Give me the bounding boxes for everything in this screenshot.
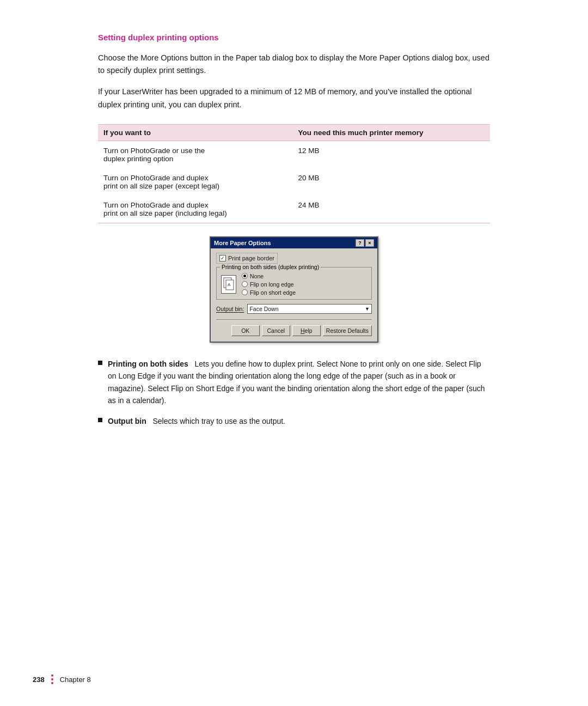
- memory-table: If you want to You need this much printe…: [98, 124, 490, 223]
- bullet-icon: [98, 361, 102, 365]
- help-underline: H: [301, 327, 305, 334]
- output-bin-label: Output bin:: [216, 306, 244, 312]
- bullet-icon: [98, 418, 102, 422]
- table-cell: 24 MB: [293, 196, 490, 223]
- radio-flip-short-circle[interactable]: [242, 289, 248, 295]
- page-footer: 238 Chapter 8: [33, 674, 555, 684]
- footer-dot-3: [51, 682, 53, 684]
- table-row: Turn on PhotoGrade or use theduplex prin…: [98, 141, 490, 168]
- bold-term-output: Output bin: [108, 417, 146, 425]
- footer-dot-1: [51, 674, 53, 677]
- dialog-wrapper: More Paper Options ? × ✓ Print page bord…: [98, 236, 490, 343]
- table-cell: 20 MB: [293, 168, 490, 196]
- table-header-col1: If you want to: [98, 124, 293, 141]
- radio-none[interactable]: None: [242, 273, 296, 279]
- section-title: Setting duplex printing options: [98, 33, 490, 42]
- footer-dots: [51, 674, 53, 684]
- bold-term-printing: Printing on both sides: [108, 360, 188, 368]
- radio-none-circle[interactable]: [242, 273, 248, 279]
- chapter-label: Chapter 8: [60, 675, 91, 684]
- paragraph-1: Choose the More Options button in the Pa…: [98, 52, 490, 77]
- table-row: Turn on PhotoGrade and duplexprint on al…: [98, 196, 490, 223]
- dialog-title: More Paper Options: [214, 240, 271, 246]
- checkbox-label: Print page border: [228, 255, 274, 261]
- svg-text:A: A: [228, 282, 231, 287]
- output-bin-row: Output bin: Face Down ▼: [216, 304, 372, 314]
- dialog-content: ✓ Print page border Printing on both sid…: [211, 248, 377, 342]
- table-cell: Turn on PhotoGrade and duplexprint on al…: [98, 168, 293, 196]
- dialog-titlebar: More Paper Options ? ×: [211, 238, 377, 248]
- page: Setting duplex printing options Choose t…: [0, 0, 588, 706]
- radio-flip-long[interactable]: Flip on long edge: [242, 281, 296, 288]
- help-button[interactable]: ?: [356, 239, 364, 247]
- page-number: 238: [33, 675, 45, 684]
- radio-flip-short[interactable]: Flip on short edge: [242, 289, 296, 296]
- dropdown-arrow-icon: ▼: [365, 306, 370, 312]
- titlebar-left: More Paper Options: [214, 240, 271, 246]
- page-icon: A: [221, 275, 236, 294]
- table-cell: Turn on PhotoGrade or use theduplex prin…: [98, 141, 293, 168]
- footer-dot-2: [51, 678, 53, 680]
- radio-flip-short-label: Flip on short edge: [250, 289, 296, 296]
- cancel-button[interactable]: Cancel: [262, 325, 290, 336]
- titlebar-buttons[interactable]: ? ×: [356, 239, 374, 247]
- more-paper-options-dialog: More Paper Options ? × ✓ Print page bord…: [210, 236, 378, 343]
- radio-options: None Flip on long edge Flip on short edg…: [242, 273, 296, 296]
- output-bin-select[interactable]: Face Down ▼: [247, 304, 372, 314]
- bullet-item-output-bin: Output bin Selects which tray to use as …: [98, 415, 490, 427]
- close-button[interactable]: ×: [365, 239, 374, 247]
- duplex-group: Printing on both sides (duplex printing)…: [216, 267, 372, 300]
- restore-defaults-button[interactable]: Restore Defaults: [323, 325, 372, 336]
- radio-flip-long-circle[interactable]: [242, 281, 248, 287]
- help-dialog-button[interactable]: Help: [292, 325, 321, 336]
- radio-flip-long-label: Flip on long edge: [250, 281, 294, 288]
- paragraph-2: If your LaserWriter has been upgraded to…: [98, 86, 490, 111]
- dialog-divider: [216, 319, 372, 320]
- output-bin-value: Face Down: [249, 306, 278, 312]
- bullet-item-printing-both-sides: Printing on both sides Lets you define h…: [98, 358, 490, 407]
- table-cell: Turn on PhotoGrade and duplexprint on al…: [98, 196, 293, 223]
- table-row: Turn on PhotoGrade and duplexprint on al…: [98, 168, 490, 196]
- bullet-text-output: Output bin Selects which tray to use as …: [108, 415, 490, 427]
- dialog-buttons: OK Cancel Help Restore Defaults: [216, 323, 372, 337]
- ok-button[interactable]: OK: [231, 325, 260, 336]
- duplex-group-label: Printing on both sides (duplex printing): [220, 264, 321, 270]
- bullet-list: Printing on both sides Lets you define h…: [98, 358, 490, 428]
- print-page-border-row[interactable]: ✓ Print page border: [216, 253, 278, 264]
- duplex-content: A None Flip on long edge: [221, 273, 367, 296]
- bullet-text-printing: Printing on both sides Lets you define h…: [108, 358, 490, 407]
- table-header-col2: You need this much printer memory: [293, 124, 490, 141]
- table-cell: 12 MB: [293, 141, 490, 168]
- radio-none-label: None: [250, 273, 264, 279]
- print-page-border-checkbox[interactable]: ✓: [219, 255, 226, 261]
